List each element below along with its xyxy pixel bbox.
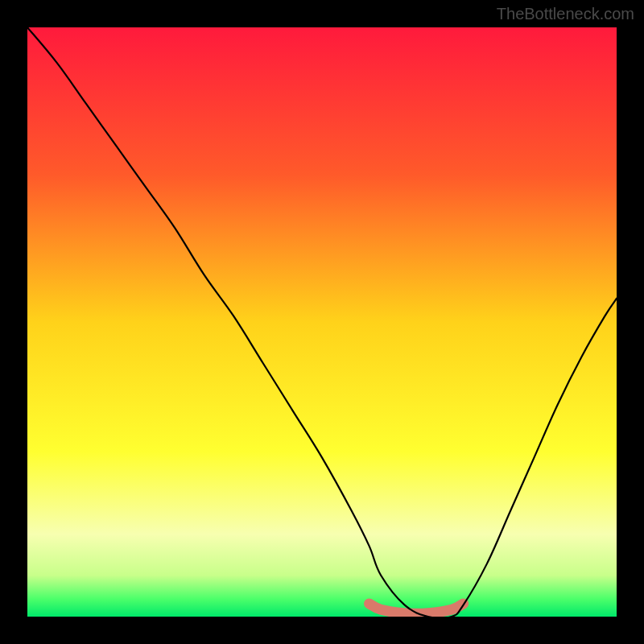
curve-layer [27,27,617,617]
bottleneck-curve [27,27,617,617]
plot-area [27,27,617,617]
watermark-text: TheBottleneck.com [497,5,634,23]
